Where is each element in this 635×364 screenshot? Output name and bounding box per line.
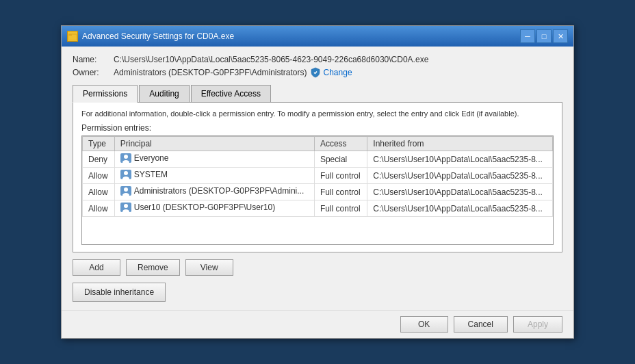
table-row[interactable]: Deny Everyone Special C:\Users\User10\Ap…: [83, 151, 553, 168]
name-row: Name: C:\Users\User10\AppData\Local\5aac…: [73, 55, 562, 64]
cell-type: Deny: [83, 151, 115, 168]
disable-inheritance-button[interactable]: Disable inheritance: [73, 283, 166, 302]
user-icon: [120, 153, 131, 163]
name-label: Name:: [73, 55, 114, 64]
svg-rect-1: [68, 34, 72, 36]
advanced-security-dialog: Advanced Security Settings for CD0A.exe …: [61, 25, 574, 339]
cell-inherited: C:\Users\User10\AppData\Local\5aac5235-8…: [367, 168, 553, 184]
cell-type: Allow: [83, 200, 115, 217]
cell-principal: User10 (DESKTOP-G0PF3PF\User10): [114, 200, 314, 217]
action-buttons: Add Remove View: [73, 259, 562, 276]
cell-principal: Everyone: [114, 151, 314, 168]
table-row[interactable]: Allow User10 (DESKTOP-G0PF3PF\User10) Fu…: [83, 200, 553, 217]
svg-point-12: [124, 204, 128, 208]
remove-button[interactable]: Remove: [126, 259, 180, 276]
tabs: Permissions Auditing Effective Access: [73, 85, 562, 103]
cell-inherited: C:\Users\User10\AppData\Local\5aac5235-8…: [367, 200, 553, 217]
svg-point-9: [124, 187, 128, 192]
cell-inherited: C:\Users\User10\AppData\Local\5aac5235-8…: [367, 184, 553, 200]
title-bar-left: Advanced Security Settings for CD0A.exe: [67, 31, 234, 42]
permission-table-container[interactable]: Type Principal Access Inherited from Den…: [81, 135, 554, 245]
cell-access: Full control: [314, 184, 367, 200]
permission-table: Type Principal Access Inherited from Den…: [82, 136, 553, 217]
cell-type: Allow: [83, 184, 115, 200]
owner-row: Owner: Administrators (DESKTOP-G0PF3PF\A…: [73, 67, 562, 78]
cell-access: Full control: [314, 168, 367, 184]
owner-label: Owner:: [73, 68, 114, 77]
title-buttons: ─ □ ✕: [520, 29, 568, 43]
title-bar: Advanced Security Settings for CD0A.exe …: [62, 26, 573, 47]
cancel-button[interactable]: Cancel: [454, 316, 508, 333]
table-row[interactable]: Allow Administrators (DESKTOP-G0PF3PF\Ad…: [83, 184, 553, 200]
cell-access: Special: [314, 151, 367, 168]
cell-access: Full control: [314, 200, 367, 217]
dialog-body: Name: C:\Users\User10\AppData\Local\5aac…: [62, 47, 573, 310]
apply-button[interactable]: Apply: [513, 316, 562, 333]
svg-point-6: [124, 171, 128, 175]
col-type: Type: [83, 137, 115, 151]
cell-principal: Administrators (DESKTOP-G0PF3PF\Admini..…: [114, 184, 314, 200]
name-value: C:\Users\User10\AppData\Local\5aac5235-8…: [114, 55, 428, 64]
description-text: For additional information, double-click…: [81, 109, 554, 118]
owner-value: Administrators (DESKTOP-G0PF3PF\Administ…: [114, 68, 307, 77]
change-link[interactable]: Change: [324, 68, 352, 77]
cell-inherited: C:\Users\User10\AppData\Local\5aac5235-8…: [367, 151, 553, 168]
user-icon: [120, 203, 131, 212]
user-icon: [120, 170, 131, 179]
svg-point-3: [124, 155, 128, 159]
col-inherited: Inherited from: [367, 137, 553, 151]
tab-effective-access[interactable]: Effective Access: [191, 85, 271, 102]
shield-icon: [310, 67, 321, 78]
tab-content: For additional information, double-click…: [73, 103, 562, 252]
close-button[interactable]: ✕: [553, 29, 568, 43]
table-header-row: Type Principal Access Inherited from: [83, 137, 553, 151]
dialog-icon: [67, 31, 78, 42]
user-icon: [120, 186, 131, 196]
maximize-button[interactable]: □: [536, 29, 552, 43]
add-button[interactable]: Add: [73, 259, 120, 276]
view-button[interactable]: View: [185, 259, 233, 276]
ok-button[interactable]: OK: [400, 316, 448, 333]
tab-auditing[interactable]: Auditing: [139, 85, 189, 102]
minimize-button[interactable]: ─: [520, 29, 535, 43]
tab-permissions[interactable]: Permissions: [73, 85, 138, 103]
dialog-title: Advanced Security Settings for CD0A.exe: [82, 31, 234, 41]
dialog-footer: OK Cancel Apply: [62, 310, 573, 338]
section-label: Permission entries:: [81, 123, 554, 133]
table-row[interactable]: Allow SYSTEM Full control C:\Users\User1…: [83, 168, 553, 184]
cell-principal: SYSTEM: [114, 168, 314, 184]
disable-inheritance-row: Disable inheritance: [73, 283, 562, 302]
col-access: Access: [314, 137, 367, 151]
cell-type: Allow: [83, 168, 115, 184]
col-principal: Principal: [114, 137, 314, 151]
